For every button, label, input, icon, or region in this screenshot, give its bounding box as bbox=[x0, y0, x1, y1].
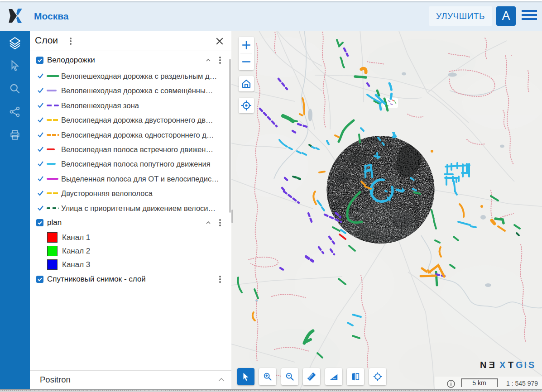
svg-text:T: T bbox=[508, 361, 513, 369]
svg-text:N: N bbox=[480, 361, 486, 369]
svg-text:I: I bbox=[524, 361, 527, 369]
svg-text:S: S bbox=[528, 361, 534, 369]
svg-text:X: X bbox=[499, 361, 506, 369]
svg-text:G: G bbox=[516, 361, 523, 369]
svg-text:E: E bbox=[489, 361, 495, 369]
